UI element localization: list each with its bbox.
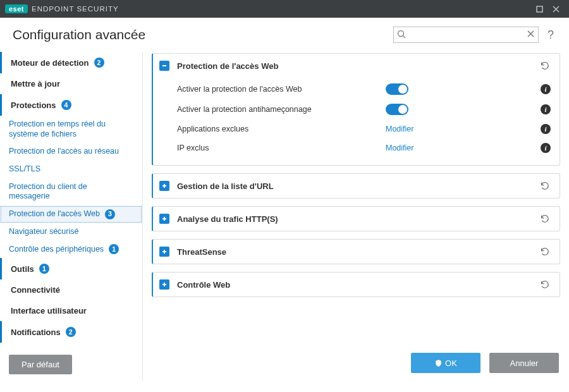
panel-title: ThreatSense <box>177 247 539 257</box>
panel-header[interactable]: Gestion de la liste d'URL <box>153 174 560 198</box>
setting-row: Activer la protection de l'accès Webi <box>177 79 551 99</box>
default-button[interactable]: Par défaut <box>9 355 72 374</box>
main-content: Protection de l'accès WebActiver la prot… <box>144 49 569 381</box>
revert-icon[interactable] <box>539 279 551 290</box>
info-icon[interactable]: i <box>541 104 551 114</box>
count-badge: 1 <box>39 264 49 274</box>
expand-icon[interactable] <box>159 181 169 191</box>
toggle-switch[interactable] <box>386 104 408 115</box>
info-icon[interactable]: i <box>541 143 551 153</box>
window-maximize-icon[interactable] <box>531 3 548 15</box>
help-button[interactable]: ? <box>545 28 556 42</box>
titlebar: eset ENDPOINT SECURITY <box>0 0 569 18</box>
panel-header[interactable]: Protection de l'accès Web <box>153 54 560 78</box>
svg-rect-0 <box>537 6 542 12</box>
edit-link[interactable]: Modifier <box>386 144 413 152</box>
sidebar-item-6[interactable]: Protection du client de messagerie <box>0 178 142 205</box>
info-icon[interactable]: i <box>541 84 551 94</box>
setting-row: Activer la protection antihameçonnagei <box>177 99 551 119</box>
sidebar-item-label: Protections <box>11 101 56 110</box>
sidebar-item-label: Connectivité <box>11 285 60 295</box>
sidebar-item-label: Outils <box>11 264 34 274</box>
sidebar-item-0[interactable]: Moteur de détection2 <box>0 52 142 73</box>
clear-search-icon[interactable] <box>527 30 535 40</box>
count-badge: 2 <box>66 327 76 337</box>
panel-3: ThreatSense <box>152 239 560 264</box>
sidebar-item-label: Notifications <box>11 328 61 337</box>
sidebar-item-label: Protection du client de messagerie <box>9 182 123 202</box>
panel-4: Contrôle Web <box>152 272 560 297</box>
revert-icon[interactable] <box>539 246 551 257</box>
sidebar-item-label: Interface utilisateur <box>11 306 87 315</box>
panel-title: Protection de l'accès Web <box>177 61 539 71</box>
panel-header[interactable]: Contrôle Web <box>153 273 560 297</box>
search-input[interactable] <box>393 27 539 43</box>
sidebar-item-9[interactable]: Contrôle des périphériques1 <box>0 240 142 258</box>
count-badge: 4 <box>61 100 71 110</box>
sidebar-item-12[interactable]: Interface utilisateur <box>0 300 142 321</box>
panel-0: Protection de l'accès WebActiver la prot… <box>152 53 560 166</box>
sidebar-item-label: Contrôle des périphériques <box>9 245 104 255</box>
revert-icon[interactable] <box>539 213 551 224</box>
sidebar-item-2[interactable]: Protections4 <box>0 94 142 116</box>
count-badge: 1 <box>109 244 119 254</box>
edit-link[interactable]: Modifier <box>386 125 413 133</box>
setting-label: Activer la protection antihameçonnage <box>177 105 386 114</box>
sidebar-item-10[interactable]: Outils1 <box>0 258 142 279</box>
revert-icon[interactable] <box>539 60 551 71</box>
search-field-wrap <box>393 27 539 43</box>
sidebar-item-label: SSL/TLS <box>9 164 40 175</box>
cancel-button[interactable]: Annuler <box>489 353 559 373</box>
sidebar-item-label: Protection de l'accès Web <box>9 209 100 219</box>
panel-title: Contrôle Web <box>177 280 539 290</box>
setting-label: Applications exclues <box>177 125 386 133</box>
panel-1: Gestion de la liste d'URL <box>152 173 560 199</box>
sidebar: Moteur de détection2Mettre à jourProtect… <box>0 49 144 381</box>
panel-header[interactable]: ThreatSense <box>153 240 560 264</box>
sidebar-item-label: Navigateur sécurisé <box>9 227 78 237</box>
setting-label: Activer la protection de l'accès Web <box>177 85 386 94</box>
count-badge: 2 <box>94 58 104 68</box>
expand-icon[interactable] <box>159 279 169 290</box>
page-title: Configuration avancée <box>13 27 145 42</box>
product-name: ENDPOINT SECURITY <box>32 5 119 13</box>
sidebar-item-label: Protection en temps réel du système de f… <box>9 119 123 139</box>
setting-row: Applications excluesModifieri <box>177 119 551 138</box>
sidebar-item-7[interactable]: Protection de l'accès Web3 <box>0 205 142 223</box>
shield-icon <box>434 359 443 367</box>
footer-buttons: OK Annuler <box>411 353 559 373</box>
sidebar-item-label: Moteur de détection <box>11 58 89 68</box>
panel-2: Analyse du trafic HTTP(S) <box>152 206 560 231</box>
panel-title: Analyse du trafic HTTP(S) <box>177 214 539 224</box>
setting-row: IP exclusModifieri <box>177 138 551 157</box>
setting-label: IP exclus <box>177 144 386 152</box>
sidebar-item-5[interactable]: SSL/TLS <box>0 161 142 178</box>
count-badge: 3 <box>105 209 115 219</box>
header: Configuration avancée ? <box>0 18 569 49</box>
sidebar-item-4[interactable]: Protection de l'accès au réseau <box>0 143 142 161</box>
revert-icon[interactable] <box>539 180 551 192</box>
svg-point-1 <box>398 31 404 37</box>
info-icon[interactable]: i <box>541 124 551 134</box>
sidebar-item-1[interactable]: Mettre à jour <box>0 73 142 94</box>
collapse-icon[interactable] <box>159 61 169 71</box>
toggle-switch[interactable] <box>386 83 408 95</box>
expand-icon[interactable] <box>159 247 169 257</box>
sidebar-item-11[interactable]: Connectivité <box>0 279 142 300</box>
panel-header[interactable]: Analyse du trafic HTTP(S) <box>153 207 560 231</box>
search-icon <box>397 30 406 40</box>
sidebar-item-13[interactable]: Notifications2 <box>0 321 142 343</box>
panel-title: Gestion de la liste d'URL <box>177 181 539 191</box>
ok-button[interactable]: OK <box>411 353 480 373</box>
window-close-icon[interactable] <box>548 3 564 15</box>
expand-icon[interactable] <box>159 214 169 224</box>
ok-label: OK <box>445 358 457 368</box>
brand-logo: eset <box>5 4 28 13</box>
sidebar-item-label: Protection de l'accès au réseau <box>9 147 119 157</box>
panel-body: Activer la protection de l'accès WebiAct… <box>153 78 560 165</box>
sidebar-item-label: Mettre à jour <box>11 79 60 89</box>
sidebar-item-8[interactable]: Navigateur sécurisé <box>0 223 142 241</box>
sidebar-item-3[interactable]: Protection en temps réel du système de f… <box>0 116 142 143</box>
